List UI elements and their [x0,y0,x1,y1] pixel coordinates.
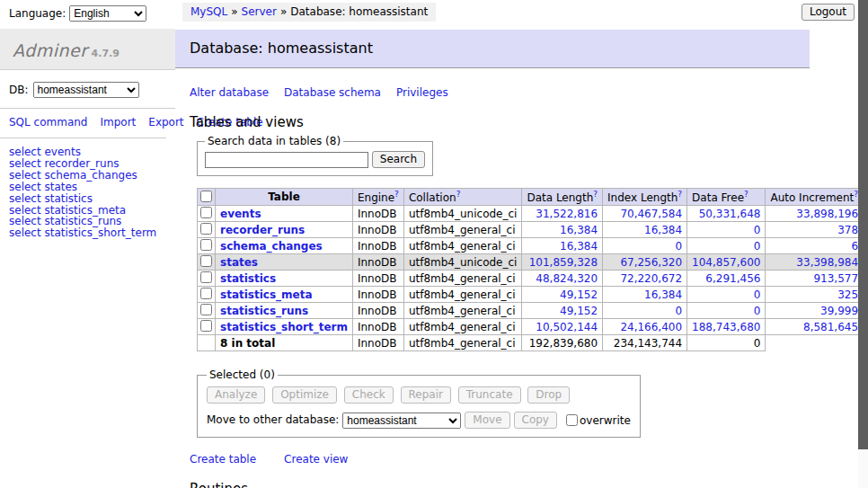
help-icon[interactable]: ? [678,190,682,199]
total-data-free: 0 [687,335,766,351]
sidebar-link-import[interactable]: Import [100,116,136,129]
cell-data-length: 48,824,320 [522,271,603,287]
database-schema-link[interactable]: Database schema [284,86,381,99]
cell-data-free: 104,857,600 [687,254,766,271]
app-header: Adminer4.7.9 [0,29,175,70]
table-link[interactable]: statistics [220,272,276,285]
cell-engine: InnoDB [352,238,403,254]
sidebar: Language:English Adminer4.7.9 DB:homeass… [0,0,175,239]
sidebar-link-select-schema-changes[interactable]: select schema_changes [9,170,175,182]
col-header-data-length: Data Length? [522,189,603,206]
cell-index-length: 0 [603,303,687,319]
repair-button[interactable]: Repair [401,386,451,404]
cell-index-length: 67,256,320 [603,254,687,271]
vertical-scrollbar[interactable] [858,0,868,488]
cell-collation: utf8mb4_general_ci [403,303,522,319]
sidebar-link-select-statistics[interactable]: select statistics [9,193,175,205]
cell-index-length: 16,384 [603,222,687,238]
logout-button[interactable]: Logout [802,4,855,21]
row-checkbox[interactable] [200,223,212,235]
check-button[interactable]: Check [344,386,394,404]
breadcrumb-separator: » [231,5,237,18]
help-icon[interactable]: ? [593,190,598,199]
row-checkbox[interactable] [200,207,212,218]
cell-collation: utf8mb4_general_ci [403,287,522,303]
table-total-row: 8 in total InnoDB utf8mb4_general_ci 192… [198,335,868,351]
cell-index-length: 70,467,584 [603,206,687,222]
create-table-link[interactable]: Create table [190,453,256,466]
cell-data-length: 49,152 [522,287,603,303]
row-checkbox[interactable] [200,288,212,299]
table-row-statistics-short-term: statistics_short_term InnoDB utf8mb4_gen… [198,319,868,335]
sidebar-link-select-statistics-short-term[interactable]: select statistics_short_term [9,227,175,239]
cell-data-length: 10,502,144 [522,319,603,335]
table-link[interactable]: recorder_runs [220,224,305,236]
cell-auto-increment: 913,577 [766,271,864,287]
cell-data-length: 16,384 [522,222,603,238]
col-header-collation: Collation? [403,189,522,206]
scrollbar-thumb[interactable] [858,0,868,449]
total-label: 8 in total [216,335,353,351]
search-fieldset: Search data in tables (8) Search [197,135,433,176]
breadcrumb: MySQL»Server»Database: homeassistant [182,3,436,22]
table-row-recorder-runs: recorder_runs InnoDB utf8mb4_general_ci … [198,222,868,238]
analyze-button[interactable]: Analyze [207,386,265,404]
cell-engine: InnoDB [352,271,403,287]
selected-fieldset: Selected (0) Analyze Optimize Check Repa… [197,368,641,438]
table-link[interactable]: events [220,208,261,220]
table-link[interactable]: statistics_short_term [220,321,348,333]
search-legend: Search data in tables (8) [205,135,343,147]
row-checkbox[interactable] [200,239,212,251]
search-input[interactable] [205,152,368,168]
privileges-link[interactable]: Privileges [396,86,448,99]
breadcrumb-link-mysql[interactable]: MySQL [190,5,227,18]
row-checkbox[interactable] [200,320,212,332]
cell-engine: InnoDB [352,254,403,271]
row-checkbox[interactable] [200,255,212,267]
row-checkbox[interactable] [200,304,212,315]
cell-data-free: 0 [687,303,766,319]
col-header-data-free: Data Free? [687,189,766,206]
breadcrumb-link-server[interactable]: Server [242,5,277,18]
alter-database-link[interactable]: Alter database [190,86,269,99]
table-link[interactable]: states [220,256,258,269]
help-icon[interactable]: ? [744,190,748,199]
overwrite-checkbox[interactable] [566,414,578,426]
total-engine: InnoDB [352,335,403,351]
cell-data-free: 188,743,680 [687,319,766,335]
language-select[interactable]: English [69,5,146,22]
sidebar-link-select-recorder-runs[interactable]: select recorder_runs [9,158,175,170]
sidebar-link-select-events[interactable]: select events [9,146,175,158]
cell-collation: utf8mb4_unicode_ci [403,206,522,222]
table-link[interactable]: statistics_runs [220,305,308,317]
language-label: Language: [9,7,66,20]
table-link[interactable]: schema_changes [220,240,323,253]
cell-data-length: 101,859,328 [522,254,603,271]
sidebar-link-sql-command[interactable]: SQL command [9,116,87,129]
cell-data-free: 50,331,648 [687,206,766,222]
optimize-button[interactable]: Optimize [272,386,337,404]
tables-and-views-heading: Tables and views [190,114,810,130]
copy-button[interactable]: Copy [514,412,557,429]
move-button[interactable]: Move [465,412,509,429]
col-header-table: Table [216,189,353,206]
search-button[interactable]: Search [372,151,425,168]
help-icon[interactable]: ? [456,190,461,199]
cell-auto-increment: 8,581,645 [766,319,864,335]
drop-button[interactable]: Drop [527,386,570,404]
cell-data-length: 31,522,816 [522,206,603,222]
row-checkbox[interactable] [200,271,212,283]
truncate-button[interactable]: Truncate [458,386,521,404]
help-icon[interactable]: ? [394,190,399,199]
db-select[interactable]: homeassistant [33,82,139,98]
table-row-states: states InnoDB utf8mb4_unicode_ci 101,859… [198,254,868,271]
move-db-select[interactable]: homeassistant [342,413,461,429]
cell-data-free: 0 [687,238,766,254]
select-all-checkbox[interactable] [200,191,212,202]
table-link[interactable]: statistics_meta [220,288,313,301]
cell-data-free: 0 [687,287,766,303]
create-view-link[interactable]: Create view [284,453,348,466]
main-content: MySQL»Server»Database: homeassistant Dat… [175,0,810,488]
overwrite-label: overwrite [580,414,631,427]
sidebar-link-select-states[interactable]: select states [9,182,175,193]
